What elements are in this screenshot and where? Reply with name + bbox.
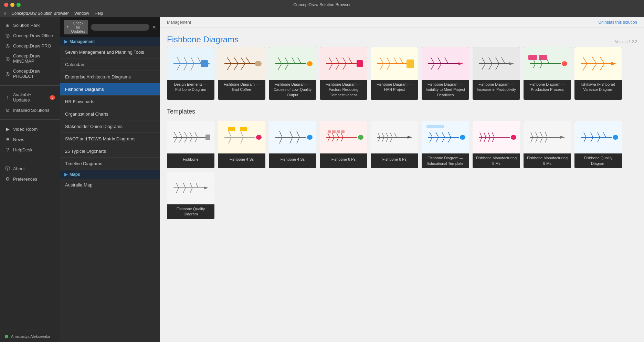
template-thumb-fishbone (167, 121, 214, 153)
middle-item-stakeholder-onion[interactable]: Stakeholder Onion Diagrams (60, 120, 160, 133)
sidebar-item-available-updates[interactable]: ↑ Available Updates 3 (0, 90, 60, 105)
check-updates-button[interactable]: ↻ Check for Updates (64, 20, 88, 34)
template-card-fishbone-educational[interactable]: Fishbone Diagram — Educational Template (422, 121, 469, 168)
template-card-fishbone-quality-2[interactable]: Fishbone Quality Diagram (167, 172, 214, 219)
search-input[interactable] (91, 24, 149, 31)
traffic-lights (4, 3, 21, 7)
svg-line-127 (382, 137, 384, 142)
sidebar-item-about[interactable]: ⓘ About (0, 163, 60, 174)
help-menu[interactable]: Help (95, 11, 103, 16)
sidebar-item-news[interactable]: ≡ News (0, 134, 60, 145)
search-clear-icon[interactable]: ✕ (152, 24, 156, 30)
sidebar-item-video-room[interactable]: ▶ Video Room (0, 124, 60, 134)
middle-item-swot-tows[interactable]: SWOT and TOWS Matrix Diagrams (60, 133, 160, 145)
svg-line-143 (480, 132, 482, 137)
template-thumb-fishbone-8ps-1 (320, 121, 367, 153)
diagram-thumb-increase-productivity (473, 47, 520, 80)
diagram-card-increase-productivity[interactable]: Fishbone Diagram — Increase in Productiv… (473, 47, 520, 100)
main-header: Management Uninstall this solution (160, 17, 644, 28)
svg-line-164 (591, 132, 593, 137)
diagram-card-bad-coffee[interactable]: Fishbone Diagram — Bad Coffee (218, 47, 265, 100)
sidebar-item-conceptdraw-pro[interactable]: ◎ ConceptDraw PRO (0, 41, 60, 51)
template-card-manufacturing-8ms-2[interactable]: Fishbone Manufacturing 8 Ms (524, 121, 571, 168)
sidebar-item-conceptdraw-mindmap[interactable]: ◎ ConceptDraw MINDMAP (0, 51, 60, 66)
sidebar-item-helpdesk[interactable]: ? HelpDesk (0, 145, 60, 155)
template-card-fishbone-4ss-2[interactable]: Fishbone 4 Ss (269, 121, 316, 168)
middle-item-enterprise-architecture[interactable]: Enterprise Architecture Diagrams (60, 71, 160, 83)
middle-item-25-typical-orgcharts[interactable]: 25 Typical Orgcharts (60, 145, 160, 158)
middle-item-australia-map[interactable]: Australia Map (60, 179, 160, 191)
close-button[interactable] (4, 3, 8, 7)
sidebar-item-installed-solutions[interactable]: ⊙ Installed Solutions (0, 105, 60, 115)
diagram-card-inability-deadlines[interactable]: Fishbone Diagram — Inability to Meet Pro… (422, 47, 469, 100)
svg-line-46 (431, 57, 434, 64)
middle-item-calendars[interactable]: Calendars (60, 58, 160, 71)
main-content: Management Uninstall this solution Fishb… (160, 17, 644, 342)
svg-line-3 (184, 57, 187, 64)
svg-rect-116 (332, 130, 336, 133)
app-menu[interactable]: ConceptDraw Solution Browser (11, 11, 69, 16)
diagram-thumb-inability-deadlines (422, 47, 469, 80)
diagram-thumb-factors-reducing (320, 47, 367, 80)
sidebar-item-conceptdraw-office[interactable]: ◎ ConceptDraw Office (0, 30, 60, 41)
svg-line-80 (184, 132, 187, 137)
svg-line-83 (174, 137, 177, 142)
svg-line-34 (336, 64, 339, 70)
svg-line-121 (378, 133, 380, 137)
diagram-card-design-elements[interactable]: Design Elements — Fishbone Diagram (167, 47, 214, 100)
diagram-card-han-project[interactable]: Fishbone Diagram — HAN Project (371, 47, 418, 100)
template-card-manufacturing-8ms-1[interactable]: Fishbone Manufacturing 8 Ms (473, 121, 520, 168)
template-label-manufacturing-8ms-1: Fishbone Manufacturing 8 Ms (473, 153, 520, 168)
svg-line-111 (328, 137, 330, 141)
updates-badge: 3 (50, 95, 55, 100)
svg-line-24 (298, 57, 301, 64)
diagram-label-inability-deadlines: Fishbone Diagram — Inability to Meet Pro… (422, 80, 469, 100)
svg-line-84 (179, 137, 182, 142)
svg-line-104 (297, 137, 299, 143)
category-maps-arrow-icon: ▶ (64, 172, 67, 177)
diagram-thumb-production-process (524, 47, 571, 80)
minimize-button[interactable] (10, 3, 14, 7)
svg-marker-120 (408, 136, 412, 139)
template-card-fishbone-4ss-1[interactable]: Fishbone 4 Ss (218, 121, 265, 168)
template-card-fishbone[interactable]: Fishbone (167, 121, 214, 168)
window-title: ConceptDraw Solution Browser (293, 2, 351, 7)
svg-line-96 (241, 137, 243, 143)
template-label-fishbone-quality-2: Fishbone Quality Diagram (167, 204, 214, 219)
uninstall-link[interactable]: Uninstall this solution (598, 20, 637, 25)
svg-line-21 (278, 57, 282, 64)
sidebar-item-solution-park[interactable]: ⊞ Solution Park (0, 20, 60, 30)
middle-item-seven-management[interactable]: Seven Management and Planning Tools (60, 46, 160, 58)
diagram-card-ishikawa-variance[interactable]: Ishikawa (Fishbone) Variance Diagram (574, 47, 622, 100)
middle-item-organizational-charts[interactable]: Organizational Charts (60, 108, 160, 120)
sidebar-item-conceptdraw-project[interactable]: ◎ ConceptDraw PROJECT (0, 66, 60, 81)
svg-line-76 (600, 64, 604, 71)
category-maps[interactable]: ▶ Maps (60, 170, 160, 179)
template-card-fishbone-8ps-2[interactable]: Fishbone 8 Ps (371, 121, 418, 168)
svg-line-47 (438, 57, 441, 64)
diagram-card-factors-reducing[interactable]: Fishbone Diagram — Factors Reducing Comp… (320, 47, 367, 100)
template-label-fishbone-4ss-2: Fishbone 4 Ss (269, 153, 316, 166)
titlebar: ConceptDraw Solution Browser (0, 0, 644, 10)
template-thumb-manufacturing-8ms-1 (473, 121, 520, 153)
sidebar-item-preferences[interactable]: ⚙ Preferences (0, 174, 60, 184)
svg-rect-140 (426, 125, 444, 128)
apple-menu[interactable]:  (4, 11, 6, 16)
svg-line-17 (234, 64, 238, 70)
template-card-fishbone-quality-1[interactable]: Fishbone Quality Diagram (574, 121, 622, 168)
diagram-card-production-process[interactable]: Fishbone Diagram — Production Process (524, 47, 571, 100)
template-card-fishbone-8ps-1[interactable]: Fishbone 8 Ps (320, 121, 367, 168)
svg-rect-37 (407, 60, 414, 68)
diagram-card-low-quality[interactable]: Fishbone Diagram — Causes of Low-Quality… (269, 47, 316, 100)
middle-item-timeline-diagrams[interactable]: Timeline Diagrams (60, 158, 160, 170)
window-menu[interactable]: Window (74, 11, 89, 16)
svg-line-65 (540, 60, 542, 64)
left-sidebar: ⊞ Solution Park ◎ ConceptDraw Office ◎ C… (0, 17, 60, 342)
category-management[interactable]: ▶ Management (60, 37, 160, 46)
middle-item-fishbone-diagrams[interactable]: Fishbone Diagrams (60, 83, 160, 96)
sidebar-section-tools: ▶ Video Room ≡ News ? HelpDesk (0, 121, 60, 158)
fullscreen-button[interactable] (17, 3, 21, 7)
svg-line-123 (386, 133, 388, 137)
svg-line-147 (480, 137, 482, 142)
middle-item-hr-flowcharts[interactable]: HR Flowcharts (60, 96, 160, 108)
